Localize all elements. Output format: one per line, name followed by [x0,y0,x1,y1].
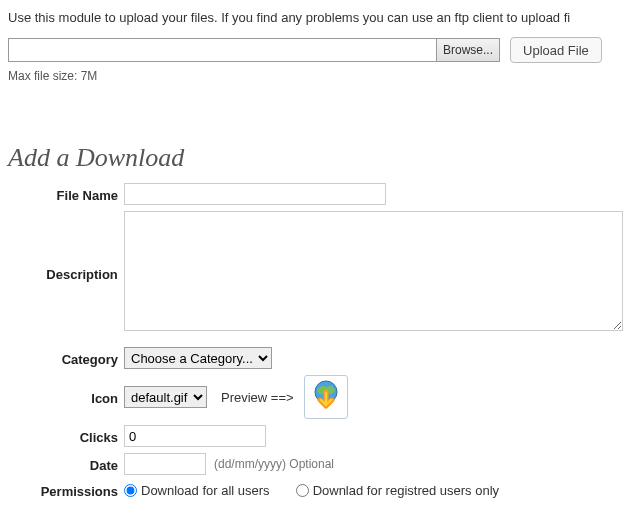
row-icon: Icon default.gif Preview ==> [8,375,623,419]
label-date: Date [8,455,124,473]
row-permissions: Permissions Download for all users Downl… [8,481,623,499]
row-clicks: Clicks [8,425,623,447]
permission-reg-radio[interactable] [296,484,309,497]
file-name-input[interactable] [124,183,386,205]
file-path-field[interactable] [8,38,436,62]
upload-instruction: Use this module to upload your files. If… [8,10,623,25]
category-select[interactable]: Choose a Category... [124,347,272,369]
icon-select[interactable]: default.gif [124,386,207,408]
label-clicks: Clicks [8,427,124,445]
label-category: Category [8,349,124,367]
preview-label: Preview ==> [221,390,294,405]
file-input[interactable]: Browse... [8,38,500,62]
row-file-name: File Name [8,183,623,205]
upload-file-button[interactable]: Upload File [510,37,602,63]
date-input[interactable] [124,453,206,475]
label-icon: Icon [8,388,124,406]
date-hint: (dd/mm/yyyy) Optional [214,457,334,471]
permission-reg-label: Downlad for registred users only [313,483,499,498]
label-description: Description [8,211,124,282]
browse-button[interactable]: Browse... [436,38,500,62]
upload-row: Browse... Upload File [8,37,623,63]
clicks-input[interactable] [124,425,266,447]
section-title: Add a Download [8,143,623,173]
row-date: Date (dd/mm/yyyy) Optional [8,453,623,475]
permission-all-label: Download for all users [141,483,270,498]
label-permissions: Permissions [8,481,124,499]
permission-all-radio[interactable] [124,484,137,497]
row-category: Category Choose a Category... [8,347,623,369]
label-file-name: File Name [8,185,124,203]
download-icon [304,375,348,419]
max-file-size: Max file size: 7M [8,69,623,83]
row-description: Description [8,211,623,331]
description-input[interactable] [124,211,623,331]
